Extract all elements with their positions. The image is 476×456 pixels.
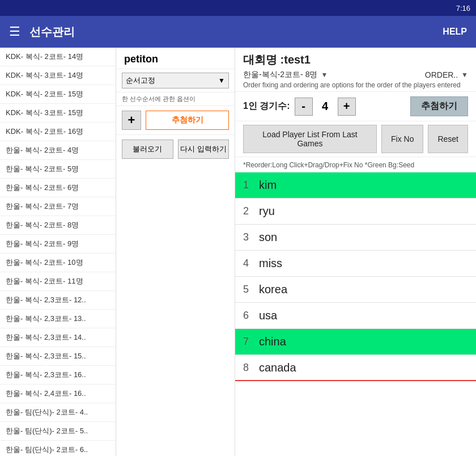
player-name: canada: [259, 361, 296, 374]
load-players-button[interactable]: Load Player List From Last Games: [243, 125, 377, 153]
sort-row: 순서고정 ▼: [116, 69, 235, 92]
right-panel: 대회명 :test1 한울-복식-2코트- 8명 ▼ ORDER.. ▼ Ord…: [235, 48, 476, 456]
sidebar-item[interactable]: 한울- 복식- 2,3코트- 15..: [0, 347, 116, 366]
sidebar-item[interactable]: KDK- 복식- 3코트- 14명: [0, 66, 116, 85]
player-row[interactable]: 7china: [235, 329, 476, 355]
player-name: son: [259, 231, 277, 244]
sidebar-item[interactable]: 한울- 복식- 2코트- 4명: [0, 141, 116, 160]
player-name: korea: [259, 283, 287, 296]
sidebar-item[interactable]: 한울- 팀(단식)- 2코트- 6..: [0, 441, 116, 456]
sort-label: 순서고정: [126, 75, 155, 86]
sort-dropdown[interactable]: 순서고정 ▼: [122, 73, 229, 88]
middle-panel: petiton 순서고정 ▼ 한 선수순서에 관한 옵션이 + 추첨하기 불러오…: [116, 48, 235, 456]
draw-button[interactable]: 추첨하기: [146, 111, 229, 130]
games-label: 1인 경기수:: [243, 100, 290, 112]
sidebar-item[interactable]: 한울- 복식- 2,3코트- 14..: [0, 328, 116, 347]
player-number: 5: [243, 284, 259, 295]
player-number: 8: [243, 362, 259, 374]
player-name: china: [259, 335, 286, 348]
order-info: 한 선수순서에 관한 옵션이: [116, 92, 235, 106]
sidebar-item[interactable]: 한울- 복식- 2코트- 7명: [0, 197, 116, 216]
player-number: 1: [243, 179, 259, 191]
games-value: 4: [317, 100, 333, 113]
sidebar-item[interactable]: 한울- 복식- 2코트- 9명: [0, 235, 116, 254]
player-number: 3: [243, 231, 259, 243]
subtitle-row: 한울-복식-2코트- 8명 ▼ ORDER.. ▼: [243, 70, 468, 80]
sidebar-item[interactable]: KDK- 복식- 2코트- 14명: [0, 48, 116, 66]
player-row[interactable]: 8canada: [235, 355, 476, 381]
player-row[interactable]: 5korea: [235, 277, 476, 303]
status-bar: 7:16: [0, 0, 476, 16]
recall-button[interactable]: 불러오기: [122, 140, 173, 159]
player-name: usa: [259, 309, 277, 322]
tournament-subtitle: 한울-복식-2코트- 8명: [243, 70, 317, 80]
player-row[interactable]: 4miss: [235, 251, 476, 277]
reset-button[interactable]: Reset: [428, 125, 468, 153]
app-title: 선수관리: [29, 24, 443, 40]
status-time: 7:16: [456, 4, 470, 12]
sidebar-item[interactable]: KDK- 복식- 2코트- 16명: [0, 123, 116, 141]
middle-panel-title: petiton: [116, 48, 235, 69]
sidebar-item[interactable]: 한울- 복식- 2,3코트- 12..: [0, 291, 116, 310]
sidebar-item[interactable]: 한울- 복식- 2코트- 8명: [0, 216, 116, 235]
app-header: ☰ 선수관리 HELP: [0, 16, 476, 48]
sidebar-item[interactable]: 한울- 복식- 2,3코트- 16..: [0, 366, 116, 385]
sidebar-item[interactable]: 한울- 복식- 2코트- 5명: [0, 160, 116, 179]
sidebar-item[interactable]: 한울- 팀(단식)- 2코트- 4..: [0, 403, 116, 422]
order-dropdown-arrow-icon[interactable]: ▼: [461, 71, 468, 79]
sidebar-item[interactable]: 한울- 복식- 2코트- 6명: [0, 179, 116, 197]
tournament-title: 대회명 :test1: [243, 52, 468, 67]
player-number: 6: [243, 310, 259, 322]
menu-icon[interactable]: ☰: [9, 24, 20, 39]
plus-button[interactable]: +: [122, 111, 141, 130]
player-name: miss: [259, 257, 282, 270]
tournament-note: Order fixing and ordering are options fo…: [243, 81, 468, 89]
sidebar-item[interactable]: 한울- 복식- 2,3코트- 13..: [0, 310, 116, 328]
games-row: 1인 경기수: - 4 + 추첨하기: [235, 92, 476, 121]
sidebar-item[interactable]: 한울- 복식- 2,4코트- 16..: [0, 385, 116, 403]
player-number: 4: [243, 257, 259, 269]
player-list: 1kim2ryu3son4miss5korea6usa7china8canada: [235, 172, 476, 456]
player-name: ryu: [259, 205, 275, 218]
player-row[interactable]: 2ryu: [235, 199, 476, 225]
order-label: ORDER..: [425, 70, 458, 79]
help-button[interactable]: HELP: [443, 27, 467, 37]
sidebar-item[interactable]: KDK- 복식- 3코트- 15명: [0, 104, 116, 123]
games-minus-button[interactable]: -: [295, 98, 313, 116]
player-row[interactable]: 6usa: [235, 303, 476, 329]
games-plus-button[interactable]: +: [338, 98, 356, 116]
right-header: 대회명 :test1 한울-복식-2코트- 8명 ▼ ORDER.. ▼ Ord…: [235, 48, 476, 92]
hint-row: *Reorder:Long Click+Drag/Drop+Fix No *Gr…: [235, 157, 476, 172]
hint-text: *Reorder:Long Click+Drag/Drop+Fix No *Gr…: [243, 161, 414, 169]
subtitle-dropdown-arrow-icon[interactable]: ▼: [321, 71, 328, 79]
sidebar-item[interactable]: 한울- 복식- 2코트- 10명: [0, 254, 116, 272]
sidebar-item[interactable]: 한울- 복식- 2코트- 11명: [0, 272, 116, 291]
suggest-button[interactable]: 추첨하기: [410, 96, 468, 116]
fix-no-button[interactable]: Fix No: [381, 125, 423, 153]
retype-button[interactable]: 다시 입력하기: [178, 140, 230, 159]
middle-bottom-actions: 불러오기 다시 입력하기: [116, 135, 235, 163]
main-content: KDK- 복식- 2코트- 14명KDK- 복식- 3코트- 14명KDK- 복…: [0, 48, 476, 456]
player-number: 2: [243, 205, 259, 217]
middle-actions: + 추첨하기: [116, 106, 235, 135]
player-row[interactable]: 1kim: [235, 172, 476, 199]
sidebar-item[interactable]: 한울- 팀(단식)- 2코트- 5..: [0, 422, 116, 441]
sort-arrow-icon: ▼: [218, 77, 225, 85]
sidebar: KDK- 복식- 2코트- 14명KDK- 복식- 3코트- 14명KDK- 복…: [0, 48, 116, 456]
action-row: Load Player List From Last Games Fix No …: [235, 121, 476, 157]
sidebar-item[interactable]: KDK- 복식- 2코트- 15명: [0, 85, 116, 104]
player-name: kim: [259, 179, 277, 192]
player-row[interactable]: 3son: [235, 225, 476, 251]
player-number: 7: [243, 336, 259, 348]
